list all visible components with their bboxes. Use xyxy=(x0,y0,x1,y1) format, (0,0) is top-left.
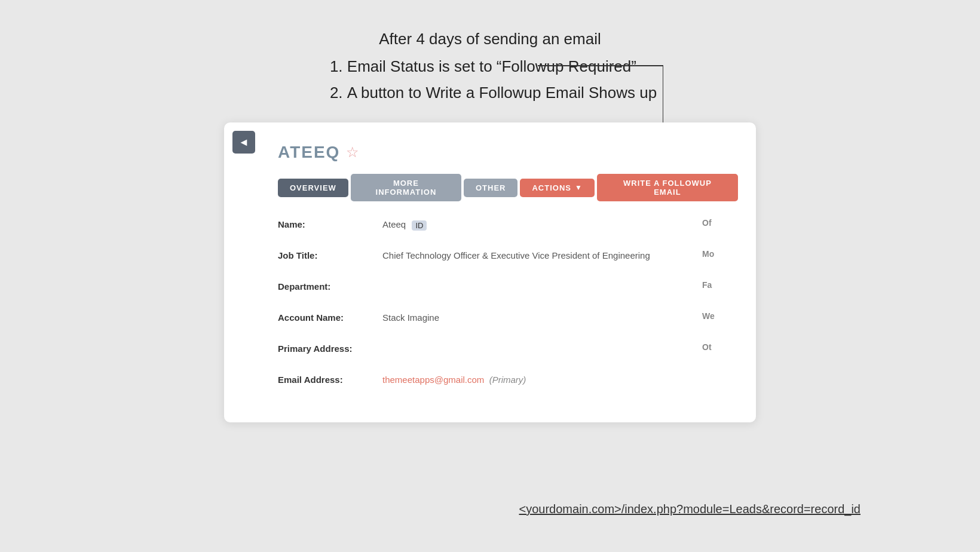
field-value-account-name: Stack Imagine xyxy=(382,311,702,323)
bottom-url[interactable]: <yourdomain.com>/index.php?module=Leads&… xyxy=(519,502,860,516)
tab-other[interactable]: OTHER xyxy=(464,179,518,197)
field-right-department: Fa xyxy=(702,280,726,290)
email-link[interactable]: themeetapps@gmail.com xyxy=(382,375,484,385)
contact-name-row: ATEEQ ☆ xyxy=(278,143,738,162)
contact-name: ATEEQ xyxy=(278,143,340,162)
email-primary-badge: (Primary) xyxy=(486,375,526,385)
field-right-primary-address: Ot xyxy=(702,342,726,352)
field-label-name: Name: xyxy=(278,218,382,229)
page-wrapper: After 4 days of sending an email Email S… xyxy=(0,0,980,552)
back-icon: ◄ xyxy=(238,137,249,148)
field-label-job-title: Job Title: xyxy=(278,249,382,260)
field-value-department xyxy=(382,280,702,281)
crm-panel: ◄ ATEEQ ☆ OVERVIEW MORE INFORMATION OTHE… xyxy=(224,122,756,422)
field-right-name: Of xyxy=(702,218,726,228)
field-row-account-name: Account Name: Stack Imagine We xyxy=(278,311,726,330)
annotation-title: After 4 days of sending an email xyxy=(323,30,657,48)
field-value-primary-address xyxy=(382,342,702,344)
star-icon[interactable]: ☆ xyxy=(346,144,359,161)
field-row-department: Department: Fa xyxy=(278,280,726,299)
tab-actions-label: ACTIONS xyxy=(532,183,571,192)
tab-bar: OVERVIEW MORE INFORMATION OTHER ACTIONS … xyxy=(278,174,738,201)
field-right-job-title: Mo xyxy=(702,249,726,259)
field-label-primary-address: Primary Address: xyxy=(278,342,382,354)
name-badge: ID xyxy=(412,220,427,231)
field-label-account-name: Account Name: xyxy=(278,311,382,323)
field-label-department: Department: xyxy=(278,280,382,292)
field-row-name: Name: Ateeq ID Of xyxy=(278,218,726,237)
field-row-job-title: Job Title: Chief Technology Officer & Ex… xyxy=(278,249,726,268)
caret-down-icon: ▼ xyxy=(575,183,583,192)
field-label-email: Email Address: xyxy=(278,373,382,385)
back-button[interactable]: ◄ xyxy=(232,131,255,154)
field-value-email: themeetapps@gmail.com (Primary) xyxy=(382,373,726,385)
field-row-primary-address: Primary Address: Ot xyxy=(278,342,726,361)
field-value-job-title: Chief Technology Officer & Executive Vic… xyxy=(382,249,702,260)
tab-overview[interactable]: OVERVIEW xyxy=(278,179,348,197)
tab-write-followup-email[interactable]: WRITE A FOLLOWUP EMAIL xyxy=(597,174,738,201)
fields-section: Name: Ateeq ID Of Job Title: Chief Techn… xyxy=(278,218,726,392)
field-value-name: Ateeq ID xyxy=(382,218,702,231)
tab-more-information[interactable]: MORE INFORMATION xyxy=(351,174,461,201)
tab-actions[interactable]: ACTIONS ▼ xyxy=(520,179,594,197)
field-right-account-name: We xyxy=(702,311,726,321)
field-row-email: Email Address: themeetapps@gmail.com (Pr… xyxy=(278,373,726,392)
